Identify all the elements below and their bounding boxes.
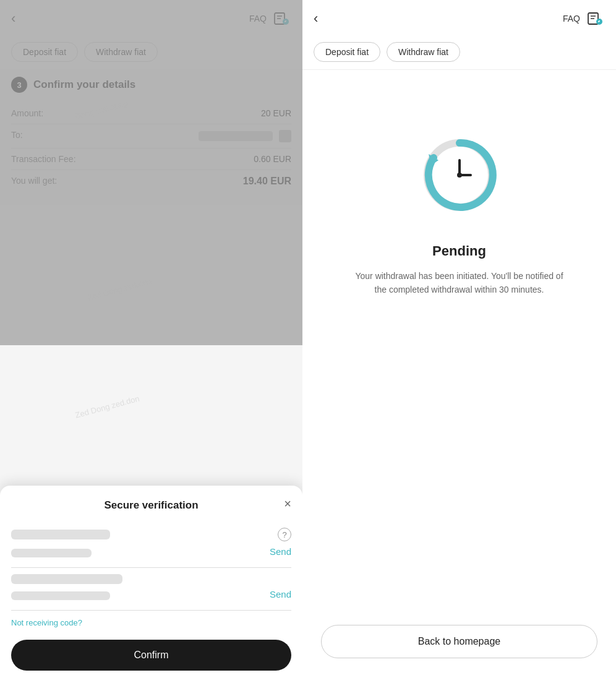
right-back-button[interactable]: ‹ [314,11,318,27]
confirm-button[interactable]: Confirm [11,640,291,671]
right-header-icon[interactable] [585,9,605,28]
input-row-1-top: ? [11,528,291,541]
left-overlay [0,0,302,345]
svg-point-16 [457,173,462,178]
pending-description: Your withdrawal has been initiated. You'… [354,269,565,297]
watermark-left-3: Zed Dong zed.don [74,393,140,419]
input-blurred-2b [11,591,110,600]
right-header: ‹ FAQ [302,0,616,37]
modal-close-button[interactable]: × [284,497,291,511]
right-panel: ‹ FAQ Deposit fiat Withdraw fiat [302,0,616,683]
left-panel: ‹ FAQ Deposit fiat Withdraw fiat [0,0,302,683]
right-tab-deposit[interactable]: Deposit fiat [314,42,380,62]
verification-section: ? Send Send Not receiving code? [0,518,302,627]
input-group-1: ? Send [11,528,291,568]
input-group-2: Send [11,574,291,611]
help-icon[interactable]: ? [278,528,291,541]
right-content: ‹ FAQ Deposit fiat Withdraw fiat [302,0,616,683]
pending-clock-icon [416,132,503,218]
input-blurred-2a [11,574,122,584]
right-tab-withdraw[interactable]: Withdraw fiat [387,42,460,62]
secure-verification-modal: Secure verification × ? Send [0,486,302,683]
pending-section: Zed Dong zed.don Dong zed.dong Zed Dong … [302,70,616,625]
input-blurred-1b [11,549,92,557]
input-row-1-bottom: Send [11,545,291,557]
modal-title: Secure verification [104,499,198,512]
input-row-2-top [11,574,291,584]
right-tabs: Deposit fiat Withdraw fiat [302,37,616,69]
back-to-homepage-button[interactable]: Back to homepage [321,625,597,658]
modal-header: Secure verification × [0,486,302,518]
not-receiving-link[interactable]: Not receiving code? [11,618,291,627]
right-faq-link[interactable]: FAQ [563,14,580,24]
send-button-2[interactable]: Send [270,589,291,599]
send-button-1[interactable]: Send [270,546,291,557]
input-blurred-1 [11,530,110,539]
input-row-2-bottom: Send [11,588,291,600]
pending-title: Pending [432,243,486,259]
